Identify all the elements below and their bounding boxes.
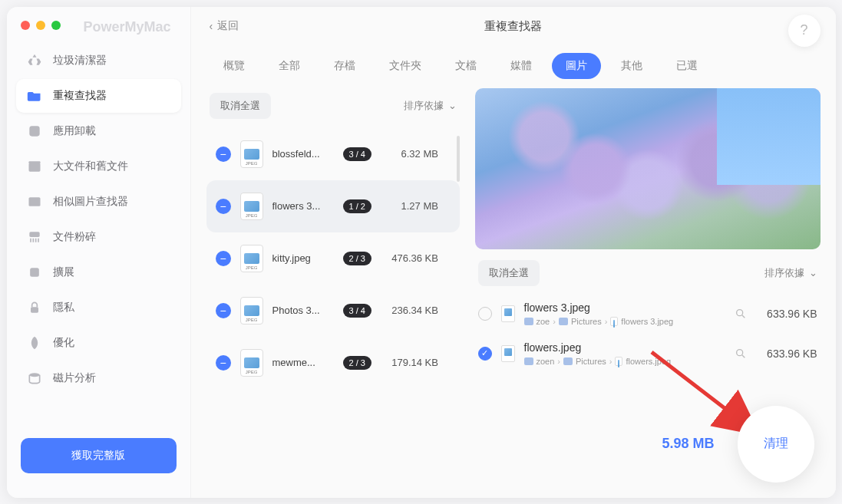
sidebar-nav: 垃圾清潔器 重複查找器 應用卸載 大文件和舊文件 相似圖片查找器 文件粉碎 [7, 44, 190, 430]
tab-media[interactable]: 媒體 [497, 53, 546, 79]
tab-documents[interactable]: 文檔 [441, 53, 490, 79]
sidebar-item-large-old-files[interactable]: 大文件和舊文件 [16, 150, 181, 183]
file-name: mewme... [272, 357, 334, 368]
sidebar-item-disk-analysis[interactable]: 磁片分析 [16, 361, 181, 395]
header: ‹ 返回 重複查找器 ? [191, 7, 836, 39]
svg-rect-2 [28, 161, 40, 163]
detail-file-name: flowers.jpeg [524, 341, 725, 354]
svg-point-7 [29, 373, 39, 377]
file-row[interactable]: − blossfeld... 3 / 4 6.32 MB [206, 128, 460, 180]
tab-all[interactable]: 全部 [265, 53, 314, 79]
file-path: zoen › Pictures › flowers.jpeg [524, 357, 725, 366]
help-button[interactable]: ? [788, 15, 821, 47]
search-icon[interactable] [735, 308, 747, 320]
checkbox[interactable] [478, 347, 492, 361]
jpeg-icon [501, 345, 515, 362]
file-size: 179.14 KB [381, 357, 438, 368]
sidebar-item-label: 優化 [53, 336, 74, 350]
file-size: 236.34 KB [381, 305, 438, 316]
box-icon [27, 159, 42, 174]
detail-info: flowers.jpeg zoen › Pictures › flowers.j… [524, 341, 725, 366]
minimize-icon[interactable] [36, 21, 45, 30]
tab-folders[interactable]: 文件夾 [375, 53, 435, 79]
file-name: flowers 3... [272, 200, 334, 212]
jpeg-icon [240, 349, 263, 377]
tab-other[interactable]: 其他 [607, 53, 656, 79]
sort-label: 排序依據 [404, 99, 444, 113]
count-badge: 3 / 4 [343, 304, 371, 318]
detail-info: flowers 3.jpeg zoe › Pictures › flowers … [524, 301, 725, 326]
deselect-icon[interactable]: − [216, 199, 231, 214]
deselect-icon[interactable]: − [216, 147, 231, 162]
sort-button[interactable]: 排序依據 ⌄ [404, 99, 457, 113]
count-badge: 2 / 3 [343, 252, 371, 265]
folder-icon [27, 88, 42, 104]
tab-archive[interactable]: 存檔 [320, 53, 369, 79]
jpeg-icon [240, 193, 263, 220]
file-row[interactable]: − Photos 3... 3 / 4 236.34 KB [206, 285, 460, 337]
sidebar-item-label: 文件粉碎 [53, 230, 96, 244]
sidebar-item-extensions[interactable]: 擴展 [16, 255, 181, 289]
file-name: kitty.jpeg [272, 252, 334, 264]
file-size: 6.32 MB [381, 148, 438, 160]
file-row[interactable]: − kitty.jpeg 2 / 3 476.36 KB [206, 232, 460, 285]
jpeg-icon [615, 357, 622, 366]
get-full-version-button[interactable]: 獲取完整版 [21, 438, 177, 473]
folder-icon [524, 318, 533, 325]
page-title: 重複查找器 [484, 19, 542, 34]
jpeg-icon [610, 317, 618, 326]
file-list[interactable]: − blossfeld... 3 / 4 6.32 MB − flowers 3… [206, 128, 460, 483]
footer: 5.98 MB 清理 [662, 406, 814, 483]
file-name: blossfeld... [272, 148, 334, 160]
tab-selected[interactable]: 已選 [662, 53, 712, 79]
puzzle-icon [27, 265, 42, 280]
folder-icon [559, 318, 568, 325]
sidebar-item-shredder[interactable]: 文件粉碎 [16, 220, 181, 254]
file-path: zoe › Pictures › flowers 3.jpeg [524, 317, 725, 326]
close-icon[interactable] [21, 21, 30, 30]
file-row[interactable]: − flowers 3... 1 / 2 1.27 MB [206, 180, 460, 232]
sort-button[interactable]: 排序依據 ⌄ [764, 266, 817, 280]
sidebar-item-similar-images[interactable]: 相似圖片查找器 [16, 185, 181, 219]
maximize-icon[interactable] [51, 21, 61, 30]
sidebar-item-privacy[interactable]: 隱私 [16, 291, 181, 324]
jpeg-icon [501, 305, 515, 322]
scrollbar[interactable] [457, 136, 460, 182]
detail-toolbar: 取消全選 排序依據 ⌄ [475, 249, 821, 294]
app-icon [27, 124, 42, 139]
back-button[interactable]: ‹ 返回 [210, 19, 239, 33]
sidebar-item-junk-cleaner[interactable]: 垃圾清潔器 [16, 44, 181, 77]
search-icon[interactable] [735, 348, 747, 360]
lock-icon [27, 300, 42, 315]
deselect-icon[interactable]: − [216, 251, 231, 266]
deselect-icon[interactable]: − [216, 303, 231, 318]
sidebar-item-duplicate-finder[interactable]: 重複查找器 [16, 79, 181, 113]
count-badge: 3 / 4 [343, 147, 371, 161]
deselect-all-button[interactable]: 取消全選 [478, 260, 540, 286]
deselect-icon[interactable]: − [216, 355, 231, 371]
sidebar-item-label: 隱私 [53, 301, 74, 315]
chevron-down-icon: ⌄ [809, 267, 817, 278]
deselect-all-button[interactable]: 取消全選 [210, 93, 271, 119]
tab-images[interactable]: 圖片 [552, 53, 601, 79]
tab-overview[interactable]: 概覽 [210, 53, 259, 79]
detail-file-size: 633.96 KB [756, 308, 817, 320]
groups-toolbar: 取消全選 排序依據 ⌄ [206, 88, 460, 128]
sidebar-item-uninstaller[interactable]: 應用卸載 [16, 114, 181, 148]
sidebar-item-optimize[interactable]: 優化 [16, 326, 181, 360]
recycle-icon [27, 53, 42, 68]
sidebar-item-label: 垃圾清潔器 [53, 54, 107, 68]
detail-file-name: flowers 3.jpeg [524, 301, 725, 314]
detail-row[interactable]: flowers 3.jpeg zoe › Pictures › flowers … [475, 294, 821, 334]
clean-button[interactable]: 清理 [738, 406, 814, 483]
duplicate-groups-column: 取消全選 排序依據 ⌄ − blossfeld... 3 / 4 6.32 MB [206, 88, 460, 483]
jpeg-icon [240, 140, 263, 168]
chevron-down-icon: ⌄ [448, 100, 457, 111]
jpeg-icon [240, 245, 263, 272]
folder-icon [563, 357, 573, 365]
total-size: 5.98 MB [662, 436, 714, 452]
shredder-icon [27, 229, 42, 245]
file-row[interactable]: − mewme... 2 / 3 179.14 KB [206, 337, 460, 389]
checkbox[interactable] [478, 307, 492, 321]
detail-row[interactable]: flowers.jpeg zoen › Pictures › flowers.j… [475, 334, 821, 374]
